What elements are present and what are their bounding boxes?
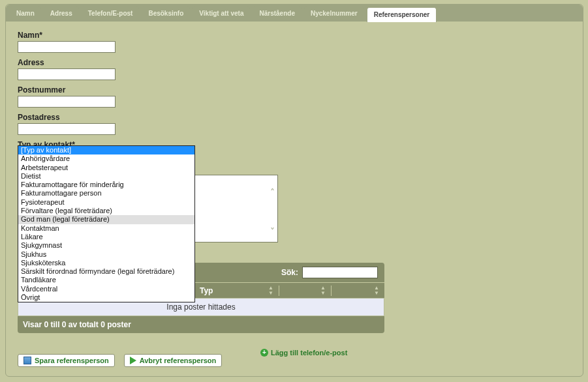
dropdown-option[interactable]: Förvaltare (legal företrädare) <box>18 207 194 215</box>
save-label: Spara referensperson <box>35 357 109 364</box>
dropdown-option[interactable]: Arbetsterapeut <box>18 164 194 172</box>
add-link-label: Lägg till telefon/e-post <box>271 349 347 357</box>
tab-narstaende[interactable]: Närstående <box>253 7 301 22</box>
sort-icon: ▲▼ <box>374 286 379 296</box>
table-footer: Visar 0 till 0 av totalt 0 poster <box>18 316 384 333</box>
dropdown-option[interactable]: God man (legal företrädare) <box>18 215 194 224</box>
play-icon <box>130 357 136 364</box>
dropdown-option[interactable]: Sjukgymnast <box>18 241 194 250</box>
chevron-up-icon: ˄ <box>270 187 275 198</box>
tab-viktigt[interactable]: Viktigt att veta <box>193 7 250 22</box>
namn-input[interactable] <box>18 41 116 53</box>
postnummer-input[interactable] <box>18 96 116 108</box>
dropdown-option[interactable]: Sjukhus <box>18 250 194 259</box>
tab-telefon-epost[interactable]: Telefon/E-post <box>82 7 140 22</box>
dropdown-option[interactable]: Sjuksköterska <box>18 259 194 267</box>
tab-referenspersoner[interactable]: Referenspersoner <box>367 7 437 22</box>
table-col-3[interactable]: ▲▼ <box>279 286 331 296</box>
field-postadress: Postadress <box>18 113 571 135</box>
dropdown-option[interactable]: Fakturamottagare person <box>18 189 194 198</box>
cancel-button[interactable]: Avbryt referensperson <box>124 354 223 367</box>
save-icon <box>23 357 31 364</box>
tab-namn[interactable]: Namn <box>10 7 41 22</box>
dropdown-option[interactable]: Kontaktman <box>18 224 194 233</box>
dropdown-option[interactable]: Läkare <box>18 233 194 241</box>
plus-circle-icon: + <box>260 349 268 357</box>
field-adress: Adress <box>18 58 571 80</box>
dropdown-option[interactable]: Tandläkare <box>18 276 194 284</box>
dropdown-option[interactable]: Övrigt <box>18 293 194 302</box>
field-postnummer: Postnummer <box>18 85 571 108</box>
adress-label: Adress <box>18 58 571 67</box>
save-button[interactable]: Spara referensperson <box>18 354 115 367</box>
tab-nyckelnummer[interactable]: Nyckelnummer <box>304 7 364 22</box>
dropdown-option[interactable]: Särskilt förordnad förmyndare (legal för… <box>18 267 194 276</box>
dropdown-option[interactable]: Anhörigvårdare <box>18 154 194 163</box>
sort-icon: ▲▼ <box>320 286 326 296</box>
dropdown-option[interactable]: Fysioterapeut <box>18 198 194 207</box>
search-input[interactable] <box>302 267 378 278</box>
table-col-4[interactable]: ▲▼ <box>331 286 384 296</box>
dropdown-option[interactable]: Fakturamottagare för minderårig <box>18 181 194 189</box>
search-label: Sök: <box>281 268 298 277</box>
namn-label: Namn* <box>18 31 571 40</box>
postadress-label: Postadress <box>18 113 571 122</box>
tab-bar: Namn Adress Telefon/E-post Besöksinfo Vi… <box>6 5 583 22</box>
postnummer-label: Postnummer <box>18 85 571 95</box>
cancel-label: Avbryt referensperson <box>140 357 217 364</box>
dropdown-option[interactable]: [Typ av kontakt] <box>18 146 194 154</box>
typ-av-kontakt-dropdown[interactable]: [Typ av kontakt]AnhörigvårdareArbetstera… <box>18 145 195 302</box>
tab-besoksinfo[interactable]: Besöksinfo <box>142 7 190 22</box>
adress-input[interactable] <box>18 68 116 80</box>
postadress-input[interactable] <box>18 123 116 135</box>
tab-adress[interactable]: Adress <box>44 7 79 22</box>
main-panel: Namn Adress Telefon/E-post Besöksinfo Vi… <box>5 4 583 377</box>
field-namn: Namn* <box>18 31 571 53</box>
add-telefon-epost-link[interactable]: + Lägg till telefon/e-post <box>260 349 347 357</box>
form-area: Namn* Adress Postnummer Postadress Typ a… <box>6 22 583 164</box>
dropdown-option[interactable]: Dietist <box>18 172 194 181</box>
table-col-typ[interactable]: Typ ▲▼ <box>194 286 279 296</box>
chevron-down-icon: ˅ <box>270 226 275 237</box>
col-typ-label: Typ <box>200 286 213 295</box>
action-bar: Spara referensperson Avbryt referenspers… <box>18 354 222 367</box>
sort-icon: ▲▼ <box>268 286 273 296</box>
dropdown-option[interactable]: Vårdcentral <box>18 285 194 293</box>
